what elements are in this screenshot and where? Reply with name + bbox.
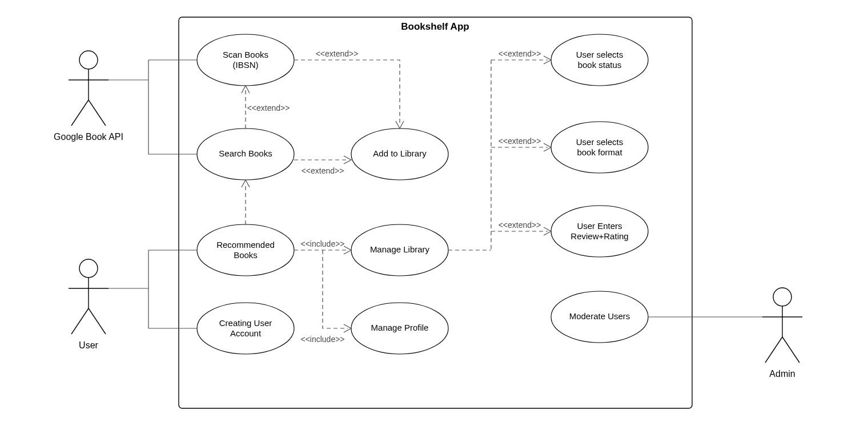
actor-user: User [69, 259, 108, 350]
rel-label-extend-4: <<extend>> [499, 49, 541, 58]
uc-create-line1: Creating User [219, 318, 272, 328]
svg-line-8 [71, 308, 89, 334]
svg-line-4 [89, 100, 106, 126]
rel-mlib-to-review: <<extend>> [491, 220, 551, 235]
usecase-search-books: Search Books [197, 128, 294, 180]
usecase-review-rating: User Enters Review+Rating [551, 206, 648, 257]
uc-addlib-line1: Add to Library [373, 148, 427, 158]
usecase-select-status: User selects book status [551, 34, 648, 86]
actor-google-book-api: Google Book API [54, 51, 123, 142]
uc-scan-line1: Scan Books [223, 50, 268, 59]
usecase-select-format: User selects book format [551, 122, 648, 173]
actor-label-admin: Admin [769, 369, 795, 379]
uc-review-line1: User Enters [577, 221, 622, 231]
uc-status-line1: User selects [576, 50, 624, 59]
assoc-user-fork [108, 250, 197, 328]
rel-rec-to-search [242, 180, 250, 224]
rel-label-include-1: <<include>> [300, 239, 344, 248]
usecase-manage-profile: Manage Profile [351, 303, 448, 354]
svg-line-14 [782, 337, 799, 363]
rel-search-to-scan: <<extend>> [242, 86, 290, 128]
uc-format-line2: book format [577, 147, 622, 157]
system-title: Bookshelf App [401, 21, 469, 32]
usecase-create-account: Creating User Account [197, 303, 294, 354]
rel-label-extend-2: <<extend>> [316, 49, 359, 58]
svg-line-3 [71, 100, 89, 126]
svg-point-5 [79, 259, 98, 278]
uc-create-line2: Account [230, 328, 262, 338]
usecase-recommended-books: Recommended Books [197, 224, 294, 276]
rel-label-extend-6: <<extend>> [499, 220, 541, 230]
uc-rec-line1: Recommended [216, 240, 275, 250]
uc-rec-line2: Books [234, 250, 258, 260]
uc-mprof-line1: Manage Profile [371, 323, 429, 332]
use-case-diagram: Bookshelf App Google Book API User Admin… [0, 0, 868, 434]
actor-label-api: Google Book API [54, 132, 123, 142]
rel-mlib-to-format: <<extend>> [491, 136, 551, 151]
svg-point-10 [773, 288, 791, 306]
actor-admin: Admin [762, 288, 802, 379]
uc-status-line2: book status [578, 60, 622, 70]
rel-label-extend-3: <<extend>> [302, 166, 344, 175]
usecase-manage-library: Manage Library [351, 224, 448, 276]
rel-scan-to-addlib: <<extend>> [294, 49, 404, 128]
uc-moderate-line1: Moderate Users [569, 311, 630, 321]
uc-review-line2: Review+Rating [570, 231, 628, 241]
usecase-add-to-library: Add to Library [351, 128, 448, 180]
rel-label-include-2: <<include>> [300, 335, 344, 344]
rel-search-to-addlib: <<extend>> [294, 156, 351, 175]
rel-label-extend-5: <<extend>> [499, 136, 541, 146]
uc-mlib-line1: Manage Library [370, 244, 430, 254]
uc-format-line1: User selects [576, 137, 624, 147]
uc-scan-line2: (IBSN) [233, 60, 259, 70]
rel-mlib-to-status: <<extend>> [491, 49, 551, 64]
svg-line-13 [765, 337, 782, 363]
rel-label-extend-1: <<extend>> [247, 103, 290, 112]
uc-search-line1: Search Books [219, 148, 272, 158]
actor-label-user: User [79, 340, 98, 350]
svg-point-0 [79, 51, 98, 69]
svg-line-9 [89, 308, 106, 334]
rel-rec-to-mprof: <<include>> [300, 250, 351, 344]
usecase-moderate-users: Moderate Users [551, 291, 648, 343]
usecase-scan-books: Scan Books (IBSN) [197, 34, 294, 86]
